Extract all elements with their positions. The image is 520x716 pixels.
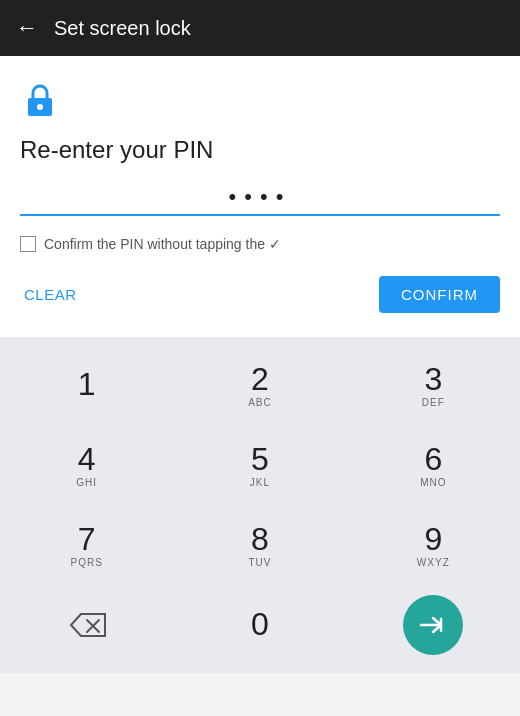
pin-input-container[interactable] (20, 180, 500, 216)
key-5[interactable]: 5 JKL (180, 425, 340, 505)
keypad-row-2: 4 GHI 5 JKL 6 MNO (0, 425, 520, 505)
done-key-wrapper (353, 585, 513, 665)
keypad-row-4: 0 (0, 585, 520, 665)
clear-button[interactable]: CLEAR (20, 278, 81, 311)
checkbox-label: Confirm the PIN without tapping the ✓ (44, 236, 281, 252)
key-8[interactable]: 8 TUV (180, 505, 340, 585)
lock-icon (20, 80, 60, 120)
keypad-row-3: 7 PQRS 8 TUV 9 WXYZ (0, 505, 520, 585)
key-7[interactable]: 7 PQRS (7, 505, 167, 585)
delete-icon (67, 610, 107, 640)
checkbox-row[interactable]: Confirm the PIN without tapping the ✓ (20, 236, 500, 252)
svg-point-1 (37, 104, 43, 110)
pin-input[interactable] (20, 180, 500, 216)
key-4[interactable]: 4 GHI (7, 425, 167, 505)
key-9[interactable]: 9 WXYZ (353, 505, 513, 585)
buttons-row: CLEAR CONFIRM (20, 268, 500, 321)
done-key[interactable] (403, 595, 463, 655)
lock-icon-container (20, 80, 500, 124)
header-title: Set screen lock (54, 17, 191, 40)
prompt-title: Re-enter your PIN (20, 136, 500, 164)
content-area: Re-enter your PIN Confirm the PIN withou… (0, 56, 520, 337)
done-arrow-icon (419, 615, 447, 635)
key-3[interactable]: 3 DEF (353, 345, 513, 425)
key-6[interactable]: 6 MNO (353, 425, 513, 505)
key-0[interactable]: 0 (180, 585, 340, 665)
confirm-button[interactable]: CONFIRM (379, 276, 500, 313)
keypad: 1 2 ABC 3 DEF 4 GHI 5 JKL 6 MNO 7 PQRS (0, 337, 520, 673)
key-2[interactable]: 2 ABC (180, 345, 340, 425)
checkmark-symbol: ✓ (269, 236, 281, 252)
confirm-checkbox[interactable] (20, 236, 36, 252)
key-1[interactable]: 1 (7, 345, 167, 425)
back-button[interactable]: ← (16, 15, 38, 41)
app-header: ← Set screen lock (0, 0, 520, 56)
keypad-row-1: 1 2 ABC 3 DEF (0, 345, 520, 425)
delete-key[interactable] (7, 585, 167, 665)
